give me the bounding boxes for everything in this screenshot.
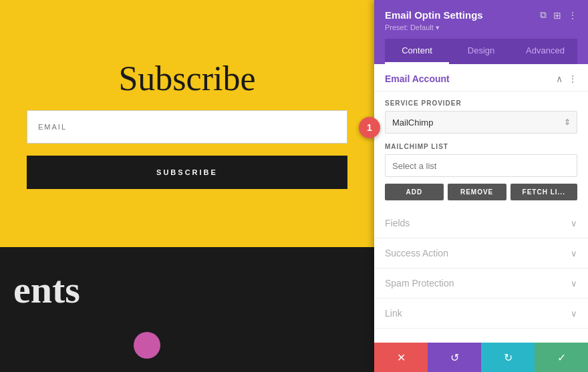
tab-content[interactable]: Content bbox=[385, 39, 449, 64]
fields-section: Fields ∨ bbox=[374, 208, 588, 238]
link-chevron-icon: ∨ bbox=[571, 309, 577, 319]
fields-header[interactable]: Fields ∨ bbox=[374, 208, 588, 238]
grid-icon[interactable]: ⊞ bbox=[553, 10, 561, 21]
email-account-body: Service Provider MailChimp ⇕ MailChimp L… bbox=[374, 91, 588, 208]
circle-badge bbox=[134, 332, 160, 359]
save-button[interactable]: ✓ bbox=[535, 343, 588, 372]
step-number: 1 bbox=[367, 122, 372, 133]
email-input[interactable] bbox=[27, 110, 347, 144]
success-action-header[interactable]: Success Action ∨ bbox=[374, 238, 588, 268]
success-action-chevron-icon: ∨ bbox=[571, 248, 577, 258]
panel-preset[interactable]: Preset: Default ▾ bbox=[385, 23, 577, 32]
cancel-button[interactable]: ✕ bbox=[374, 343, 428, 372]
link-title: Link bbox=[385, 308, 402, 319]
email-account-section-header: Email Account ∧ ⋮ bbox=[374, 64, 588, 91]
step-badge: 1 bbox=[359, 117, 380, 138]
bottom-toolbar: ✕ ↺ ↻ ✓ bbox=[374, 343, 588, 372]
collapse-icon[interactable]: ∧ bbox=[556, 73, 563, 84]
tab-design[interactable]: Design bbox=[449, 39, 513, 64]
panel-header-icons: ⧉ ⊞ ⋮ bbox=[540, 9, 577, 21]
spam-protection-header[interactable]: Spam Protection ∨ bbox=[374, 268, 588, 298]
spam-protection-title: Spam Protection bbox=[385, 278, 454, 289]
mailchimp-list-input[interactable] bbox=[385, 154, 577, 177]
subscribe-title: Subscribe bbox=[118, 59, 255, 98]
service-provider-select[interactable]: MailChimp bbox=[385, 111, 577, 134]
panel-title: Email Optin Settings bbox=[385, 9, 483, 21]
panel-header-top: Email Optin Settings ⧉ ⊞ ⋮ bbox=[385, 9, 577, 21]
more-icon[interactable]: ⋮ bbox=[568, 10, 577, 21]
undo-button[interactable]: ↺ bbox=[428, 343, 481, 372]
success-action-title: Success Action bbox=[385, 248, 448, 258]
panel-content: Email Account ∧ ⋮ Service Provider MailC… bbox=[374, 64, 588, 343]
panel-tabs: Content Design Advanced bbox=[385, 39, 577, 64]
fields-title: Fields bbox=[385, 218, 410, 228]
service-provider-wrapper: MailChimp ⇕ bbox=[385, 111, 577, 134]
action-buttons: ADD REMOVE FETCH LI... bbox=[385, 184, 577, 200]
section-dots-icon[interactable]: ⋮ bbox=[568, 73, 577, 84]
mailchimp-list-label: MailChimp List bbox=[385, 143, 577, 150]
panel-header: Email Optin Settings ⧉ ⊞ ⋮ Preset: Defau… bbox=[374, 0, 588, 64]
email-account-title: Email Account bbox=[385, 73, 450, 84]
events-text: ents bbox=[13, 267, 80, 312]
fetch-button[interactable]: FETCH LI... bbox=[510, 184, 578, 200]
spam-protection-section: Spam Protection ∨ bbox=[374, 268, 588, 299]
remove-button[interactable]: REMOVE bbox=[448, 184, 506, 200]
duplicate-icon[interactable]: ⧉ bbox=[540, 9, 547, 21]
success-action-section: Success Action ∨ bbox=[374, 238, 588, 268]
section-header-right: ∧ ⋮ bbox=[556, 73, 577, 84]
canvas-area: Subscribe SUBSCRIBE ents bbox=[0, 0, 374, 372]
link-section: Link ∨ bbox=[374, 299, 588, 329]
spam-protection-chevron-icon: ∨ bbox=[571, 278, 577, 289]
email-input-container bbox=[27, 110, 347, 144]
subscribe-section: Subscribe SUBSCRIBE bbox=[0, 0, 374, 247]
tab-advanced[interactable]: Advanced bbox=[513, 39, 577, 64]
fields-chevron-icon: ∨ bbox=[571, 218, 577, 228]
service-provider-label: Service Provider bbox=[385, 100, 577, 107]
dark-section: ents bbox=[0, 247, 374, 372]
subscribe-button[interactable]: SUBSCRIBE bbox=[27, 156, 347, 189]
link-header[interactable]: Link ∨ bbox=[374, 299, 588, 328]
add-button[interactable]: ADD bbox=[385, 184, 444, 200]
settings-panel: Email Optin Settings ⧉ ⊞ ⋮ Preset: Defau… bbox=[374, 0, 588, 372]
redo-button[interactable]: ↻ bbox=[481, 343, 535, 372]
